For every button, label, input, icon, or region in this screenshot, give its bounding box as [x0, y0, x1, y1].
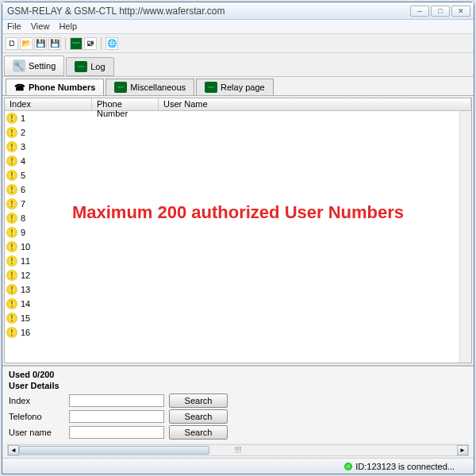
- list-panel: Index Phone Number User Name Maximum 200…: [4, 98, 472, 363]
- table-row[interactable]: !6: [5, 182, 471, 197]
- col-phone[interactable]: Phone Number: [92, 98, 159, 110]
- menubar: File View Help: [2, 20, 474, 34]
- status-text: ID:123123 is connected...: [355, 462, 455, 471]
- row-index: 8: [19, 213, 25, 223]
- table-row[interactable]: !8: [5, 211, 471, 225]
- warning-icon: !: [6, 113, 17, 124]
- table-row[interactable]: !9: [5, 225, 471, 240]
- warning-icon: !: [6, 213, 17, 224]
- new-icon[interactable]: 🗋: [6, 37, 18, 50]
- monitor-icon[interactable]: 〰: [70, 37, 83, 50]
- minimize-button[interactable]: ─: [410, 6, 429, 17]
- search-index-button[interactable]: Search: [169, 393, 228, 408]
- tab-setting-label: Setting: [29, 61, 56, 71]
- warning-icon: !: [6, 241, 17, 252]
- subtab-relay-label: Relay page: [221, 83, 265, 92]
- wrench-icon: 🔧: [13, 60, 25, 72]
- menu-file[interactable]: File: [7, 21, 21, 32]
- row-index: 15: [19, 313, 30, 323]
- table-row[interactable]: !3: [5, 140, 471, 154]
- scroll-mark: !!!: [235, 446, 241, 455]
- search-username-button[interactable]: Search: [169, 425, 228, 440]
- list-header: Index Phone Number User Name: [5, 98, 471, 111]
- col-index[interactable]: Index: [5, 98, 92, 110]
- table-row[interactable]: !5: [5, 168, 471, 182]
- subtab-miscellaneous[interactable]: 〰 Miscellaneous: [106, 79, 194, 95]
- titlebar: GSM-RELAY & GSM-CTL http://www.waferstar…: [2, 2, 474, 20]
- tab-log[interactable]: 〰 Log: [66, 57, 113, 76]
- row-index: 2: [19, 128, 25, 137]
- oscilloscope-icon: 〰: [205, 82, 217, 93]
- statusbar: ID:123123 is connected...: [2, 458, 474, 474]
- open-icon[interactable]: 📂: [20, 37, 33, 50]
- warning-icon: !: [6, 284, 17, 295]
- separator: [101, 37, 102, 50]
- device-icon[interactable]: 🖳: [84, 37, 97, 50]
- row-index: 12: [19, 271, 30, 280]
- table-row[interactable]: !16: [5, 325, 471, 340]
- globe-icon[interactable]: 🌐: [106, 37, 118, 50]
- table-row[interactable]: !10: [5, 240, 471, 254]
- table-row[interactable]: !15: [5, 311, 471, 325]
- warning-icon: !: [6, 255, 17, 267]
- warning-icon: !: [6, 127, 17, 138]
- subtab-misc-label: Miscellaneous: [130, 83, 186, 92]
- tab-setting[interactable]: 🔧 Setting: [4, 56, 64, 76]
- telefono-label: Telefono: [9, 412, 64, 421]
- scroll-thumb[interactable]: [19, 446, 209, 455]
- table-row[interactable]: !12: [5, 268, 471, 282]
- row-index: 6: [19, 185, 25, 194]
- warning-icon: !: [6, 298, 17, 309]
- horizontal-scrollbar[interactable]: ◄ !!! ►: [7, 444, 469, 456]
- table-row[interactable]: !2: [5, 125, 471, 140]
- row-index: 7: [19, 199, 25, 209]
- telefono-input[interactable]: [69, 410, 164, 423]
- subtab-relay-page[interactable]: 〰 Relay page: [196, 79, 274, 95]
- details-panel: Used 0/200 User Details Index Search Tel…: [2, 365, 474, 443]
- tab-log-label: Log: [90, 62, 105, 71]
- vertical-scrollbar[interactable]: [459, 111, 471, 363]
- app-window: GSM-RELAY & GSM-CTL http://www.waferstar…: [2, 2, 474, 474]
- menu-help[interactable]: Help: [59, 21, 77, 32]
- oscilloscope-icon: 〰: [114, 82, 127, 93]
- table-row[interactable]: !14: [5, 297, 471, 311]
- phone-icon: ☎: [14, 82, 25, 93]
- row-index: 14: [19, 299, 30, 309]
- table-row[interactable]: !1: [5, 111, 471, 125]
- index-input[interactable]: [69, 394, 164, 407]
- row-index: 11: [19, 256, 30, 266]
- username-input[interactable]: [69, 426, 164, 439]
- main-tabs: 🔧 Setting 〰 Log: [2, 53, 474, 77]
- scroll-left-arrow[interactable]: ◄: [8, 445, 19, 455]
- sub-tabs: ☎ Phone Numbers 〰 Miscellaneous 〰 Relay …: [2, 77, 474, 96]
- table-row[interactable]: !11: [5, 254, 471, 268]
- table-row[interactable]: !13: [5, 282, 471, 297]
- row-index: 16: [19, 328, 30, 337]
- status-dot-icon: [344, 463, 352, 470]
- close-button[interactable]: ✕: [451, 6, 470, 17]
- row-index: 1: [19, 113, 25, 123]
- used-count: Used 0/200: [9, 370, 467, 379]
- saveall-icon[interactable]: 💾: [48, 37, 61, 50]
- subtab-phone-numbers[interactable]: ☎ Phone Numbers: [6, 79, 104, 95]
- row-index: 4: [19, 156, 25, 166]
- toolbar: 🗋 📂 💾 💾 〰 🖳 🌐: [2, 34, 474, 53]
- warning-icon: !: [6, 198, 17, 209]
- maximize-button[interactable]: □: [431, 6, 450, 17]
- save-icon[interactable]: 💾: [34, 37, 47, 50]
- username-label: User name: [9, 428, 64, 437]
- warning-icon: !: [6, 327, 17, 338]
- search-telefono-button[interactable]: Search: [169, 409, 228, 424]
- warning-icon: !: [6, 155, 17, 167]
- warning-icon: !: [6, 141, 17, 152]
- warning-icon: !: [6, 270, 17, 281]
- oscilloscope-icon: 〰: [75, 61, 87, 72]
- table-row[interactable]: !7: [5, 197, 471, 211]
- col-username[interactable]: User Name: [159, 98, 471, 110]
- table-row[interactable]: !4: [5, 154, 471, 168]
- details-heading: User Details: [9, 381, 467, 390]
- menu-view[interactable]: View: [31, 21, 50, 32]
- index-label: Index: [9, 396, 64, 405]
- scroll-right-arrow[interactable]: ►: [457, 445, 468, 455]
- window-title: GSM-RELAY & GSM-CTL http://www.waferstar…: [6, 6, 410, 17]
